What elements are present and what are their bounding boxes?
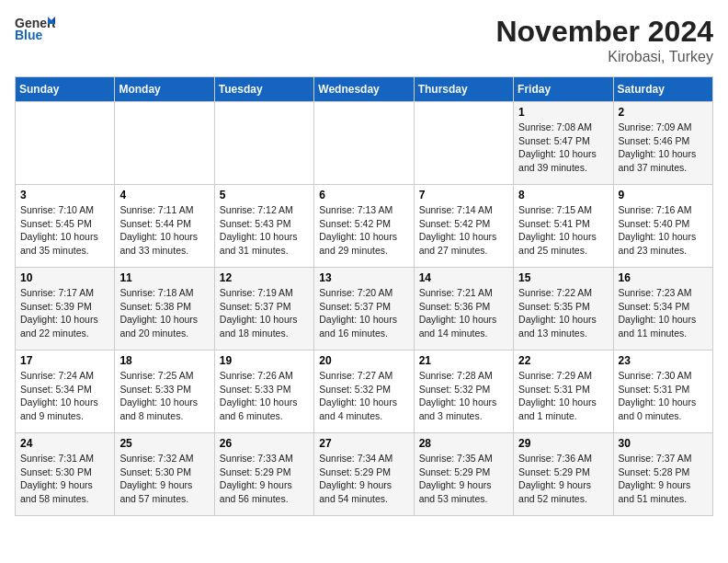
- day-number: 19: [220, 354, 309, 367]
- calendar-day-cell: 23Sunrise: 7:30 AM Sunset: 5:31 PM Dayli…: [613, 350, 712, 433]
- logo-icon: General Blue: [15, 15, 55, 40]
- location: Kirobasi, Turkey: [495, 49, 713, 65]
- day-number: 25: [119, 437, 209, 450]
- weekday-header-cell: Wednesday: [314, 77, 414, 102]
- day-number: 10: [20, 271, 109, 284]
- weekday-header-cell: Sunday: [16, 77, 115, 102]
- day-info: Sunrise: 7:23 AM Sunset: 5:34 PM Dayligh…: [619, 286, 708, 340]
- weekday-header-cell: Friday: [514, 77, 613, 102]
- calendar-day-cell: [414, 102, 513, 185]
- day-number: 23: [619, 354, 708, 367]
- day-number: 1: [518, 106, 608, 119]
- day-info: Sunrise: 7:34 AM Sunset: 5:29 PM Dayligh…: [319, 452, 408, 506]
- calendar-day-cell: [16, 102, 115, 185]
- day-number: 12: [220, 271, 309, 284]
- day-number: 17: [20, 354, 109, 367]
- day-info: Sunrise: 7:10 AM Sunset: 5:45 PM Dayligh…: [20, 203, 109, 258]
- calendar-day-cell: [214, 102, 313, 185]
- calendar-day-cell: 2Sunrise: 7:09 AM Sunset: 5:46 PM Daylig…: [613, 102, 712, 185]
- day-info: Sunrise: 7:33 AM Sunset: 5:29 PM Dayligh…: [220, 452, 309, 506]
- day-number: 29: [518, 437, 608, 450]
- day-info: Sunrise: 7:27 AM Sunset: 5:32 PM Dayligh…: [319, 369, 408, 423]
- calendar-day-cell: 27Sunrise: 7:34 AM Sunset: 5:29 PM Dayli…: [314, 433, 414, 516]
- day-info: Sunrise: 7:08 AM Sunset: 5:47 PM Dayligh…: [518, 121, 608, 175]
- calendar-day-cell: 28Sunrise: 7:35 AM Sunset: 5:29 PM Dayli…: [414, 433, 513, 516]
- calendar-day-cell: 11Sunrise: 7:18 AM Sunset: 5:38 PM Dayli…: [115, 268, 214, 350]
- calendar-day-cell: 30Sunrise: 7:37 AM Sunset: 5:28 PM Dayli…: [613, 433, 712, 516]
- calendar-day-cell: 8Sunrise: 7:15 AM Sunset: 5:41 PM Daylig…: [514, 185, 613, 268]
- day-number: 18: [119, 354, 209, 367]
- day-number: 15: [518, 271, 608, 284]
- day-number: 30: [619, 437, 708, 450]
- day-info: Sunrise: 7:35 AM Sunset: 5:29 PM Dayligh…: [419, 452, 508, 506]
- calendar-day-cell: 15Sunrise: 7:22 AM Sunset: 5:35 PM Dayli…: [514, 268, 613, 350]
- calendar-body: 1Sunrise: 7:08 AM Sunset: 5:47 PM Daylig…: [16, 102, 713, 516]
- calendar-day-cell: 18Sunrise: 7:25 AM Sunset: 5:33 PM Dayli…: [115, 350, 214, 433]
- day-info: Sunrise: 7:32 AM Sunset: 5:30 PM Dayligh…: [119, 452, 209, 506]
- calendar-day-cell: 24Sunrise: 7:31 AM Sunset: 5:30 PM Dayli…: [16, 433, 115, 516]
- calendar-table: SundayMondayTuesdayWednesdayThursdayFrid…: [15, 76, 713, 516]
- day-number: 6: [319, 189, 408, 201]
- day-info: Sunrise: 7:20 AM Sunset: 5:37 PM Dayligh…: [319, 286, 408, 340]
- weekday-header-cell: Monday: [115, 77, 214, 102]
- calendar-day-cell: 4Sunrise: 7:11 AM Sunset: 5:44 PM Daylig…: [115, 185, 214, 268]
- day-info: Sunrise: 7:14 AM Sunset: 5:42 PM Dayligh…: [419, 203, 508, 258]
- weekday-header-cell: Saturday: [613, 77, 712, 102]
- calendar-day-cell: 14Sunrise: 7:21 AM Sunset: 5:36 PM Dayli…: [414, 268, 513, 350]
- day-info: Sunrise: 7:17 AM Sunset: 5:39 PM Dayligh…: [20, 286, 109, 340]
- calendar-day-cell: 17Sunrise: 7:24 AM Sunset: 5:34 PM Dayli…: [16, 350, 115, 433]
- day-info: Sunrise: 7:12 AM Sunset: 5:43 PM Dayligh…: [220, 203, 309, 258]
- calendar-day-cell: 5Sunrise: 7:12 AM Sunset: 5:43 PM Daylig…: [214, 185, 313, 268]
- day-info: Sunrise: 7:37 AM Sunset: 5:28 PM Dayligh…: [619, 452, 708, 506]
- day-number: 21: [419, 354, 508, 367]
- day-number: 20: [319, 354, 408, 367]
- day-info: Sunrise: 7:26 AM Sunset: 5:33 PM Dayligh…: [220, 369, 309, 423]
- day-number: 11: [119, 271, 209, 284]
- calendar-day-cell: 6Sunrise: 7:13 AM Sunset: 5:42 PM Daylig…: [314, 185, 414, 268]
- calendar-day-cell: 9Sunrise: 7:16 AM Sunset: 5:40 PM Daylig…: [613, 185, 712, 268]
- day-number: 8: [518, 189, 608, 201]
- calendar-day-cell: 20Sunrise: 7:27 AM Sunset: 5:32 PM Dayli…: [314, 350, 414, 433]
- title-area: November 2024 Kirobasi, Turkey: [495, 15, 713, 65]
- day-number: 28: [419, 437, 508, 450]
- calendar-day-cell: 29Sunrise: 7:36 AM Sunset: 5:29 PM Dayli…: [514, 433, 613, 516]
- weekday-header-cell: Tuesday: [214, 77, 313, 102]
- day-number: 5: [220, 189, 309, 201]
- calendar-week-row: 1Sunrise: 7:08 AM Sunset: 5:47 PM Daylig…: [16, 102, 713, 185]
- day-number: 22: [518, 354, 608, 367]
- day-number: 14: [419, 271, 508, 284]
- day-info: Sunrise: 7:22 AM Sunset: 5:35 PM Dayligh…: [518, 286, 608, 340]
- day-number: 13: [319, 271, 408, 284]
- day-info: Sunrise: 7:25 AM Sunset: 5:33 PM Dayligh…: [119, 369, 209, 423]
- calendar-day-cell: 21Sunrise: 7:28 AM Sunset: 5:32 PM Dayli…: [414, 350, 513, 433]
- day-number: 3: [20, 189, 109, 201]
- calendar-day-cell: 22Sunrise: 7:29 AM Sunset: 5:31 PM Dayli…: [514, 350, 613, 433]
- calendar-day-cell: 10Sunrise: 7:17 AM Sunset: 5:39 PM Dayli…: [16, 268, 115, 350]
- calendar-day-cell: 25Sunrise: 7:32 AM Sunset: 5:30 PM Dayli…: [115, 433, 214, 516]
- calendar-day-cell: 16Sunrise: 7:23 AM Sunset: 5:34 PM Dayli…: [613, 268, 712, 350]
- day-info: Sunrise: 7:09 AM Sunset: 5:46 PM Dayligh…: [619, 121, 708, 175]
- day-info: Sunrise: 7:18 AM Sunset: 5:38 PM Dayligh…: [119, 286, 209, 340]
- calendar-week-row: 17Sunrise: 7:24 AM Sunset: 5:34 PM Dayli…: [16, 350, 713, 433]
- day-number: 7: [419, 189, 508, 201]
- day-number: 16: [619, 271, 708, 284]
- calendar-day-cell: [115, 102, 214, 185]
- day-info: Sunrise: 7:19 AM Sunset: 5:37 PM Dayligh…: [220, 286, 309, 340]
- calendar-day-cell: 1Sunrise: 7:08 AM Sunset: 5:47 PM Daylig…: [514, 102, 613, 185]
- day-info: Sunrise: 7:30 AM Sunset: 5:31 PM Dayligh…: [619, 369, 708, 423]
- day-info: Sunrise: 7:28 AM Sunset: 5:32 PM Dayligh…: [419, 369, 508, 423]
- day-number: 9: [619, 189, 708, 201]
- day-info: Sunrise: 7:36 AM Sunset: 5:29 PM Dayligh…: [518, 452, 608, 506]
- calendar-day-cell: 3Sunrise: 7:10 AM Sunset: 5:45 PM Daylig…: [16, 185, 115, 268]
- day-info: Sunrise: 7:31 AM Sunset: 5:30 PM Dayligh…: [20, 452, 109, 506]
- page-header: General Blue November 2024 Kirobasi, Tur…: [15, 15, 713, 65]
- day-number: 26: [220, 437, 309, 450]
- calendar-day-cell: 26Sunrise: 7:33 AM Sunset: 5:29 PM Dayli…: [214, 433, 313, 516]
- day-info: Sunrise: 7:24 AM Sunset: 5:34 PM Dayligh…: [20, 369, 109, 423]
- day-info: Sunrise: 7:15 AM Sunset: 5:41 PM Dayligh…: [518, 203, 608, 258]
- logo: General Blue: [15, 15, 55, 40]
- calendar-day-cell: 19Sunrise: 7:26 AM Sunset: 5:33 PM Dayli…: [214, 350, 313, 433]
- svg-text:Blue: Blue: [15, 28, 43, 40]
- weekday-header-cell: Thursday: [414, 77, 513, 102]
- day-number: 4: [119, 189, 209, 201]
